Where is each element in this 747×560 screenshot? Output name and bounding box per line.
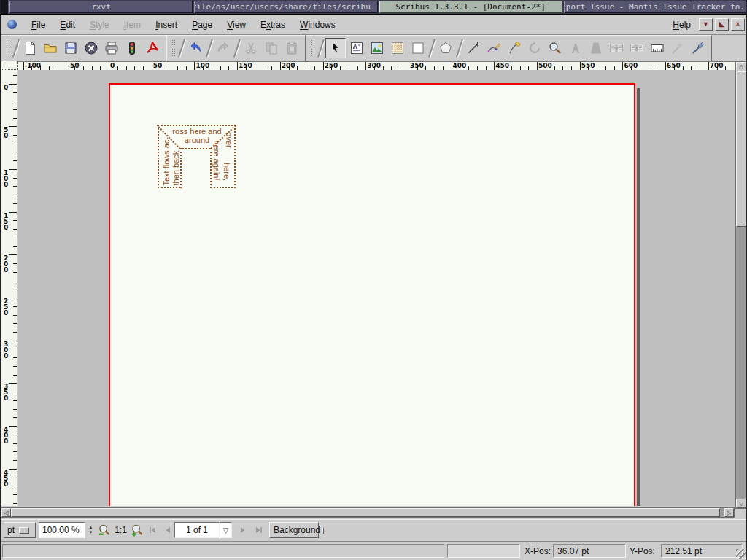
insert-table-button[interactable] xyxy=(388,39,407,58)
eye-dropper-button[interactable] xyxy=(689,39,708,58)
v-ruler-label: 3 0 0 xyxy=(4,341,8,359)
zoom-out-button[interactable] xyxy=(96,522,112,538)
open-document-icon xyxy=(43,41,58,55)
ruler-tick xyxy=(13,118,17,119)
insert-text-frame-button[interactable]: A xyxy=(347,39,366,58)
ruler-tick xyxy=(13,289,17,289)
insert-polygon-button[interactable] xyxy=(436,39,455,58)
taskbar-window-button-3[interactable]: Scribus 1.3.3.1 - [Document-2*] xyxy=(379,1,562,13)
toolbar-drag-handle[interactable] xyxy=(6,39,11,57)
taskbar-window-button-2[interactable]: /file/os/user/users/share/files/scribu..… xyxy=(194,1,377,13)
window-shade-button[interactable]: ▼ xyxy=(699,18,713,31)
ruler-tick xyxy=(365,62,366,70)
spin-down-icon: ▼ xyxy=(89,530,93,535)
vertical-scrollbar-thumb[interactable] xyxy=(736,71,746,227)
zoom-reset-button[interactable]: 1:1 xyxy=(114,522,128,538)
menu-help[interactable]: Help xyxy=(667,17,697,33)
page-number-dropdown-button[interactable]: ▽ xyxy=(220,522,232,538)
vertical-scrollbar[interactable]: △ ▽ xyxy=(735,61,747,509)
close-document-button[interactable] xyxy=(82,39,101,58)
ruler-tick xyxy=(452,62,452,70)
open-document-button[interactable] xyxy=(41,39,60,58)
ruler-tick xyxy=(13,272,17,273)
toolbar-drag-handle[interactable] xyxy=(311,39,316,57)
taskbar-window-button-4[interactable]: Report Issue - Mantis Issue Tracker fo..… xyxy=(564,1,747,13)
window-close-button[interactable]: × xyxy=(731,18,745,31)
taskbar-corner-box[interactable] xyxy=(1,0,9,14)
menu-view[interactable]: View xyxy=(220,17,253,33)
previous-page-icon xyxy=(163,526,172,534)
first-page-button xyxy=(147,522,158,538)
h-ruler-label: 300 xyxy=(367,62,381,69)
h-ruler-label: 350 xyxy=(410,62,424,69)
ypos-label: Y-Pos: xyxy=(630,546,655,556)
last-page-button xyxy=(253,522,264,538)
h-ruler-label: -50 xyxy=(67,62,79,69)
menu-edit[interactable]: Edit xyxy=(53,17,82,33)
ruler-tick xyxy=(237,62,238,70)
new-document-button[interactable] xyxy=(20,39,39,58)
ruler-tick xyxy=(409,62,409,70)
zoom-in-button[interactable] xyxy=(129,522,145,538)
ruler-tick xyxy=(13,306,17,307)
scroll-up-button[interactable]: △ xyxy=(736,62,746,71)
ruler-tick xyxy=(13,494,17,495)
horizontal-ruler[interactable]: -100-50050100150200250300350400450500550… xyxy=(18,61,735,70)
horizontal-scrollbar[interactable]: ◁ ▷ xyxy=(1,508,735,518)
ruler-tick xyxy=(13,409,17,410)
scroll-left-button[interactable]: ◁ xyxy=(1,508,11,517)
ruler-tick xyxy=(13,315,17,316)
insert-line-button[interactable] xyxy=(464,39,483,58)
ruler-tick xyxy=(537,62,538,70)
ruler-origin-box[interactable] xyxy=(1,61,18,70)
insert-freehand-button[interactable] xyxy=(505,39,524,58)
unit-selector-value: pt xyxy=(7,525,15,535)
ruler-tick xyxy=(9,426,17,427)
window-resize-grip[interactable] xyxy=(736,549,746,559)
ypos-value-panel: 212.51 pt xyxy=(661,544,743,558)
ruler-tick xyxy=(13,332,17,332)
undo-button[interactable] xyxy=(186,39,205,58)
measurements-button[interactable] xyxy=(648,39,667,58)
menu-insert[interactable]: Insert xyxy=(148,17,185,33)
window-restore-button[interactable]: ◣ xyxy=(715,18,729,31)
zoom-button[interactable] xyxy=(546,39,565,58)
rotate-item-icon xyxy=(527,41,542,55)
menu-windows[interactable]: Windows xyxy=(293,17,343,33)
document-canvas[interactable]: ross here and around Text flows ac- then… xyxy=(18,70,735,506)
ruler-tick xyxy=(665,62,666,70)
ruler-tick xyxy=(13,229,17,230)
horizontal-scrollbar-thumb[interactable] xyxy=(11,508,720,517)
menu-page[interactable]: Page xyxy=(185,17,220,33)
scroll-right-button[interactable]: ▷ xyxy=(724,508,734,517)
taskbar-window-button-1[interactable]: rxvt xyxy=(9,1,193,13)
page-number-field[interactable]: 1 of 1 xyxy=(174,522,220,538)
preflight-verifier-button[interactable] xyxy=(123,39,142,58)
ruler-tick xyxy=(13,101,17,101)
scroll-down-button[interactable]: ▽ xyxy=(736,499,746,508)
export-pdf-button[interactable] xyxy=(143,39,162,58)
ruler-tick xyxy=(13,92,17,93)
menu-extras[interactable]: Extras xyxy=(253,17,293,33)
v-ruler-label: 4 0 0 xyxy=(4,427,8,444)
unit-selector[interactable]: pt xyxy=(4,522,36,538)
select-item-button[interactable] xyxy=(325,38,346,58)
document-page[interactable]: ross here and around Text flows ac- then… xyxy=(109,83,635,506)
menu-file[interactable]: File xyxy=(24,17,53,33)
insert-image-frame-button[interactable] xyxy=(368,39,387,58)
zoom-level-field[interactable]: 100.00 % xyxy=(39,522,85,538)
insert-line-icon xyxy=(466,41,481,55)
layer-selector[interactable]: Background xyxy=(269,522,319,538)
ruler-tick xyxy=(13,238,17,238)
ruler-tick xyxy=(9,469,17,470)
vertical-ruler[interactable]: 05 01 0 01 5 02 0 02 5 03 0 03 5 04 0 04… xyxy=(1,70,17,506)
new-document-icon xyxy=(23,41,37,55)
print-document-button[interactable] xyxy=(102,39,121,58)
toolbar-drag-handle[interactable] xyxy=(171,39,177,57)
insert-shape-button[interactable] xyxy=(409,39,427,58)
insert-bezier-button[interactable] xyxy=(484,39,503,58)
ruler-tick xyxy=(13,349,17,349)
zoom-spinner[interactable]: ▲ ▼ xyxy=(87,522,95,538)
save-document-button[interactable] xyxy=(61,39,80,58)
ruler-tick xyxy=(13,281,17,281)
